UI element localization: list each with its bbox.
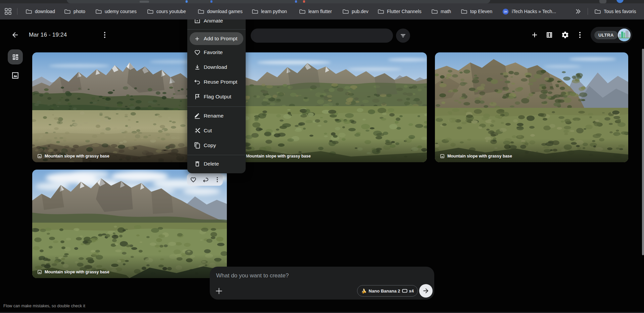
svg-text:iH: iH bbox=[504, 10, 507, 13]
